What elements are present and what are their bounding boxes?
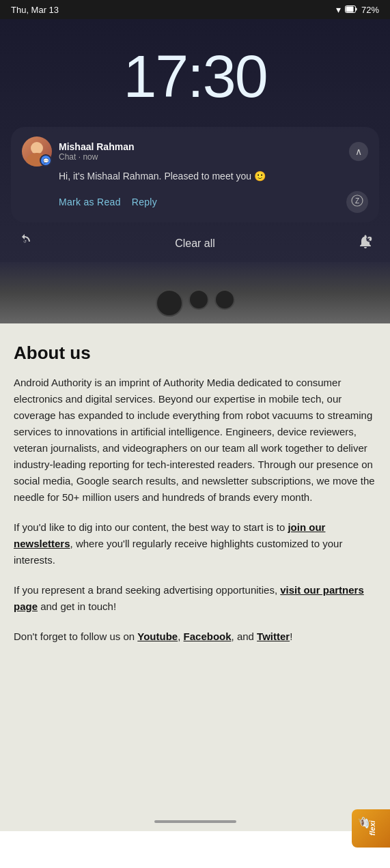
- notification-card: 💬 Mishaal Rahman Chat · now ∧ Hi, it's M: [11, 127, 379, 222]
- history-button[interactable]: ↺: [16, 233, 33, 254]
- p3-start: If you represent a brand seeking adverti…: [14, 584, 280, 596]
- svg-text:flexi: flexi: [368, 820, 376, 835]
- twitter-link[interactable]: Twitter: [257, 631, 290, 642]
- camera-circles: [156, 289, 235, 317]
- notif-message: Hi, it's Mishaal Rahman. Pleased to meet…: [22, 171, 368, 182]
- about-paragraph-2: If you'd like to dig into our content, t…: [14, 519, 376, 568]
- flexi-badge[interactable]: flexi ☕: [352, 809, 390, 848]
- svg-text:↺: ↺: [23, 240, 27, 244]
- content-area: About us Android Authority is an imprint…: [0, 323, 390, 815]
- time: 17:30: [0, 46, 390, 106]
- home-bar[interactable]: [154, 820, 236, 823]
- time-display: 17:30: [0, 33, 390, 127]
- svg-text:Z: Z: [355, 197, 359, 205]
- p3-end: and get in touch!: [38, 601, 116, 612]
- status-right: ▾ 72%: [336, 4, 379, 15]
- chevron-up-icon: ∧: [355, 146, 362, 157]
- facebook-link[interactable]: Facebook: [184, 631, 232, 642]
- home-indicator: [0, 815, 390, 831]
- svg-rect-2: [355, 8, 357, 10]
- camera-lens-secondary: [189, 289, 209, 310]
- camera-lens-tertiary: [214, 289, 235, 310]
- lock-controls: ↺ Clear all: [0, 222, 390, 262]
- youtube-link[interactable]: Youtube: [137, 631, 178, 642]
- battery-icon: [345, 5, 357, 15]
- about-title: About us: [14, 343, 376, 364]
- notif-sender: Mishaal Rahman: [59, 141, 134, 152]
- status-bar: Thu, Mar 13 ▾ 72%: [0, 0, 390, 19]
- camera-lens-main: [156, 289, 183, 317]
- flexi-label: flexi ☕: [346, 804, 390, 854]
- clear-all-button[interactable]: Clear all: [175, 237, 215, 250]
- collapse-button[interactable]: ∧: [349, 142, 368, 161]
- battery-percent: 72%: [361, 5, 379, 15]
- about-paragraph-3: If you represent a brand seeking adverti…: [14, 582, 376, 615]
- snooze-button[interactable]: Z: [346, 191, 368, 213]
- notif-header-left: 💬 Mishaal Rahman Chat · now: [22, 136, 134, 167]
- reply-button[interactable]: Reply: [132, 197, 157, 207]
- notification-settings-button[interactable]: [357, 233, 374, 254]
- notif-meta: Mishaal Rahman Chat · now: [59, 141, 134, 162]
- lock-screen: 17:30 💬 Mishaal Rahman Chat: [0, 19, 390, 323]
- svg-text:☕: ☕: [358, 814, 370, 829]
- snooze-icon: Z: [351, 194, 363, 209]
- p2-start: If you'd like to dig into our content, t…: [14, 521, 288, 533]
- about-paragraph-4: Don't forget to follow us on Youtube, Fa…: [14, 628, 376, 645]
- notif-app-time: Chat · now: [59, 152, 134, 162]
- camera-area: [0, 262, 390, 323]
- notif-header: 💬 Mishaal Rahman Chat · now ∧: [22, 136, 368, 167]
- wifi-icon: ▾: [336, 4, 341, 15]
- svg-rect-1: [346, 6, 353, 12]
- notif-actions: Mark as Read Reply Z: [22, 191, 368, 213]
- status-date: Thu, Mar 13: [11, 5, 59, 15]
- avatar: 💬: [22, 136, 52, 167]
- mark-as-read-button[interactable]: Mark as Read: [59, 197, 121, 207]
- p4-start: Don't forget to follow us on: [14, 631, 137, 642]
- about-paragraph-1: Android Authority is an imprint of Autho…: [14, 375, 376, 506]
- svg-text:💬: 💬: [43, 158, 49, 164]
- app-badge-icon: 💬: [40, 154, 52, 167]
